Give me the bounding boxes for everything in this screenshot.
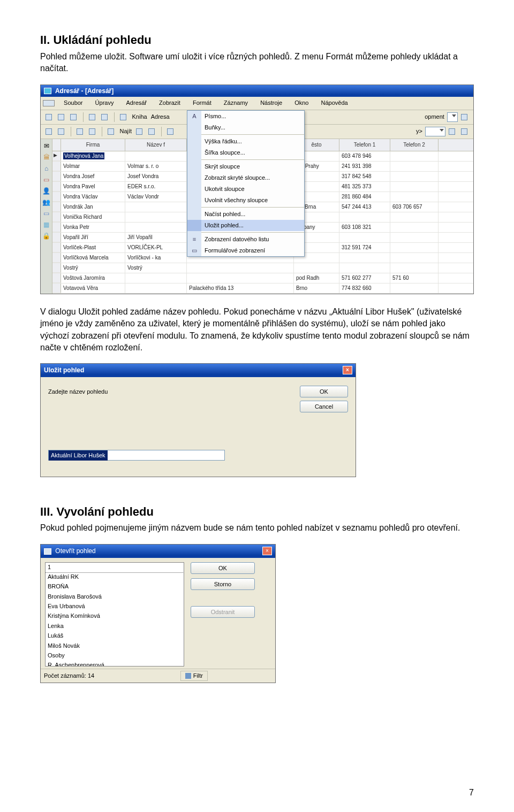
menu-okno[interactable]: Okno	[289, 98, 314, 108]
heading-section-2: II. Ukládání pohledu	[40, 32, 474, 49]
col-tel1-header[interactable]: Telefon 1	[339, 139, 390, 151]
menu-napoveda[interactable]: Nápověda	[316, 98, 353, 108]
list-item[interactable]: Osoby	[46, 651, 184, 661]
col-firma-header[interactable]: Firma	[61, 139, 125, 151]
leftbar-build-icon[interactable]: 🏛	[42, 153, 51, 162]
cell: Volmar	[61, 162, 125, 171]
list-item[interactable]: BROŇA	[46, 582, 184, 592]
form-icon[interactable]	[87, 127, 97, 136]
list-item[interactable]: Miloš Novák	[46, 641, 184, 651]
toolbar-y-label: y>	[416, 127, 422, 135]
menu-item[interactable]: APísmo...	[187, 111, 304, 122]
menu-soubor[interactable]: Soubor	[58, 98, 88, 108]
cell: 312 591 724	[339, 243, 390, 252]
table-row[interactable]: Votavová VěraPalackého třída 13Brno774 8…	[52, 284, 473, 294]
menu-upravy[interactable]: Úpravy	[90, 98, 119, 108]
record-count: Počet záznamů: 14	[44, 672, 94, 680]
menu-item[interactable]: Ukotvit sloupce	[187, 183, 304, 195]
cell: 603 108 321	[339, 223, 390, 232]
list-item[interactable]: Aktuální RK	[46, 572, 184, 582]
menu-item-icon	[187, 147, 201, 158]
open-icon[interactable]	[56, 112, 66, 122]
save-icon[interactable]	[69, 112, 78, 122]
leftbar-sheet-icon[interactable]: ▦	[42, 220, 51, 229]
menu-item-icon	[187, 172, 201, 183]
views-listbox[interactable]: 1Aktuální RKBROŇABronislava BarošováEva …	[45, 562, 184, 667]
cell: Jiří Vopařil	[125, 233, 187, 242]
cell	[187, 263, 294, 273]
find-icon[interactable]	[106, 127, 116, 136]
menu-zaznamy[interactable]: Záznamy	[218, 98, 253, 108]
menu-item[interactable]: Skrýt sloupce	[187, 161, 304, 172]
cancel-button[interactable]: Cancel	[300, 401, 348, 412]
list-item[interactable]: Eva Urbanová	[46, 602, 184, 611]
table-row[interactable]: Voštová Jaromírapod Radh571 602 277571 6…	[52, 273, 473, 284]
leftbar-home-icon[interactable]: ⌂	[42, 164, 51, 173]
storno-button[interactable]: Storno	[191, 578, 255, 590]
menu-item[interactable]: Načíst pohled...	[187, 209, 304, 220]
toolbar-najit-label[interactable]: Najít	[119, 127, 132, 135]
list-item[interactable]: Lenka	[46, 622, 184, 631]
menu-item[interactable]: Zobrazit skryté sloupce...	[187, 172, 304, 183]
close-icon[interactable]: ×	[343, 366, 352, 374]
table-row[interactable]: VostrýVostrý	[52, 263, 473, 273]
list-item[interactable]: Lukáš	[46, 631, 184, 641]
odstranit-button[interactable]: Odstranit	[191, 606, 255, 618]
tool-icon-e[interactable]	[459, 127, 469, 136]
toolbar-kniha-label[interactable]: Kniha	[132, 113, 147, 121]
cell	[125, 202, 187, 212]
new-icon[interactable]	[44, 112, 54, 122]
sort-za-icon[interactable]	[56, 127, 66, 136]
menu-nastroje[interactable]: Nástroje	[255, 98, 288, 108]
menu-item[interactable]: Šířka sloupce...	[187, 147, 304, 158]
leftbar-card-icon[interactable]: ▭	[42, 175, 51, 184]
close-icon[interactable]: ×	[262, 547, 272, 555]
menu-item[interactable]: ≡Zobrazení datového listu	[187, 234, 304, 245]
ok-button[interactable]: OK	[191, 562, 255, 574]
list-item[interactable]: R. Aschenbrennerová	[46, 661, 184, 666]
toolbar-adresa-label[interactable]: Adresa	[151, 113, 170, 121]
col-tel2-header[interactable]: Telefon 2	[390, 139, 439, 151]
cell: 603 478 946	[339, 151, 390, 161]
view-name-value: Aktuální Libor Hušek	[49, 450, 108, 461]
menu-zobrazit[interactable]: Zobrazit	[154, 98, 186, 108]
toolbar-combo-1[interactable]	[447, 112, 458, 122]
menu-item[interactable]: ▭Formulářové zobrazení	[187, 245, 304, 256]
menu-item-icon: ▭	[187, 245, 201, 256]
cell: 481 325 373	[339, 182, 390, 191]
list-item[interactable]: Bronislava Barošová	[46, 592, 184, 602]
tool-icon-c[interactable]	[165, 127, 175, 136]
leftbar-doc-icon[interactable]: ▭	[42, 209, 51, 218]
tool-icon-b[interactable]	[147, 127, 156, 136]
menu-format[interactable]: Formát	[187, 98, 217, 108]
leftbar-mail-icon[interactable]: ✉	[42, 142, 51, 150]
col-nazev-header[interactable]: Název f	[125, 139, 187, 151]
save-view-dialog: Uložit pohled × Zadejte název pohledu OK…	[40, 363, 356, 477]
list-item[interactable]: Kristýna Komínková	[46, 611, 184, 621]
menu-item[interactable]: Buňky...	[187, 122, 304, 133]
sort-az-icon[interactable]	[44, 127, 54, 136]
print-icon[interactable]	[87, 112, 97, 122]
toolbar-combo-2[interactable]	[425, 127, 445, 136]
menu-item[interactable]: Výška řádku...	[187, 136, 304, 147]
menu-item[interactable]: Uvolnit všechny sloupce	[187, 195, 304, 206]
filter-icon[interactable]	[75, 127, 85, 136]
cell: Vorlíček-Plast	[61, 243, 125, 252]
tool-icon-d[interactable]	[447, 127, 457, 136]
filter-label: Filtr	[193, 672, 203, 680]
cell	[390, 212, 439, 222]
filter-button[interactable]: Filtr	[180, 671, 208, 681]
list-item[interactable]: 1	[46, 563, 184, 572]
ok-button[interactable]: OK	[300, 386, 348, 397]
preview-icon[interactable]	[100, 112, 109, 122]
tool-icon-a[interactable]	[134, 127, 144, 136]
menu-adresar[interactable]: Adresář	[121, 98, 153, 108]
leftbar-person-icon[interactable]: 👤	[42, 187, 51, 195]
view-name-input[interactable]: Aktuální Libor Hušek	[48, 450, 225, 461]
menu-item[interactable]: Uložit pohled...	[187, 220, 304, 231]
leftbar-people-icon[interactable]: 👥	[42, 198, 51, 206]
cell	[390, 182, 439, 191]
leftbar-lock-icon[interactable]: 🔒	[42, 232, 51, 240]
toolbar-icon-a[interactable]	[459, 112, 469, 122]
book-icon[interactable]	[118, 112, 128, 122]
